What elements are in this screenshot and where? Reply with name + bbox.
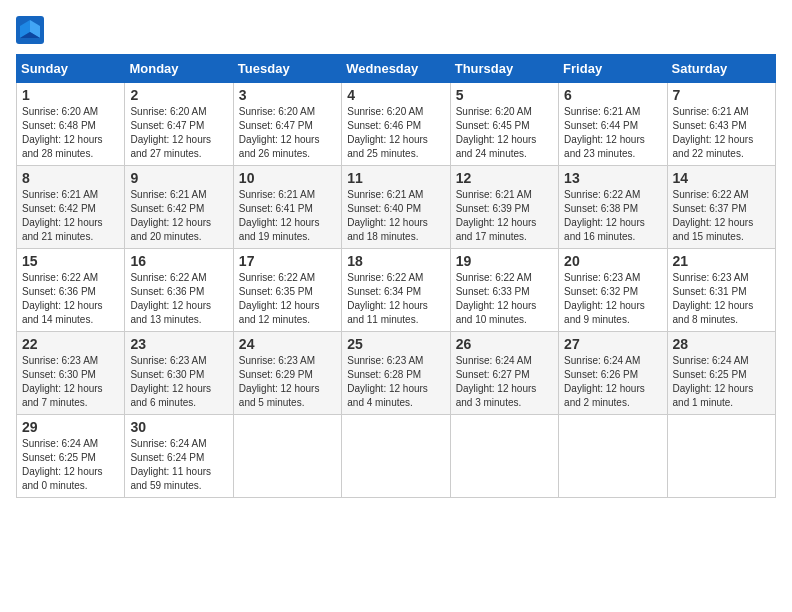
table-row: 30Sunrise: 6:24 AMSunset: 6:24 PMDayligh… xyxy=(125,415,233,498)
day-info: Sunrise: 6:20 AMSunset: 6:47 PMDaylight:… xyxy=(130,106,211,159)
day-number: 24 xyxy=(239,336,336,352)
day-info: Sunrise: 6:23 AMSunset: 6:32 PMDaylight:… xyxy=(564,272,645,325)
day-number: 17 xyxy=(239,253,336,269)
day-info: Sunrise: 6:21 AMSunset: 6:41 PMDaylight:… xyxy=(239,189,320,242)
day-info: Sunrise: 6:22 AMSunset: 6:34 PMDaylight:… xyxy=(347,272,428,325)
table-row: 12Sunrise: 6:21 AMSunset: 6:39 PMDayligh… xyxy=(450,166,558,249)
table-row: 8Sunrise: 6:21 AMSunset: 6:42 PMDaylight… xyxy=(17,166,125,249)
day-info: Sunrise: 6:24 AMSunset: 6:24 PMDaylight:… xyxy=(130,438,211,491)
table-row xyxy=(450,415,558,498)
table-row: 28Sunrise: 6:24 AMSunset: 6:25 PMDayligh… xyxy=(667,332,775,415)
day-number: 20 xyxy=(564,253,661,269)
day-info: Sunrise: 6:20 AMSunset: 6:46 PMDaylight:… xyxy=(347,106,428,159)
day-number: 3 xyxy=(239,87,336,103)
table-row xyxy=(233,415,341,498)
table-row xyxy=(559,415,667,498)
table-row: 23Sunrise: 6:23 AMSunset: 6:30 PMDayligh… xyxy=(125,332,233,415)
col-friday: Friday xyxy=(559,55,667,83)
day-info: Sunrise: 6:22 AMSunset: 6:36 PMDaylight:… xyxy=(22,272,103,325)
day-number: 5 xyxy=(456,87,553,103)
table-row: 3Sunrise: 6:20 AMSunset: 6:47 PMDaylight… xyxy=(233,83,341,166)
table-row: 20Sunrise: 6:23 AMSunset: 6:32 PMDayligh… xyxy=(559,249,667,332)
table-row: 18Sunrise: 6:22 AMSunset: 6:34 PMDayligh… xyxy=(342,249,450,332)
day-info: Sunrise: 6:23 AMSunset: 6:31 PMDaylight:… xyxy=(673,272,754,325)
calendar-table: Sunday Monday Tuesday Wednesday Thursday… xyxy=(16,54,776,498)
table-row: 24Sunrise: 6:23 AMSunset: 6:29 PMDayligh… xyxy=(233,332,341,415)
day-info: Sunrise: 6:21 AMSunset: 6:42 PMDaylight:… xyxy=(22,189,103,242)
day-info: Sunrise: 6:22 AMSunset: 6:33 PMDaylight:… xyxy=(456,272,537,325)
logo-icon xyxy=(16,16,44,44)
logo xyxy=(16,16,48,44)
table-row: 22Sunrise: 6:23 AMSunset: 6:30 PMDayligh… xyxy=(17,332,125,415)
table-row: 2Sunrise: 6:20 AMSunset: 6:47 PMDaylight… xyxy=(125,83,233,166)
day-number: 13 xyxy=(564,170,661,186)
table-row: 1Sunrise: 6:20 AMSunset: 6:48 PMDaylight… xyxy=(17,83,125,166)
calendar-week-2: 8Sunrise: 6:21 AMSunset: 6:42 PMDaylight… xyxy=(17,166,776,249)
day-number: 10 xyxy=(239,170,336,186)
day-number: 25 xyxy=(347,336,444,352)
day-number: 19 xyxy=(456,253,553,269)
table-row: 21Sunrise: 6:23 AMSunset: 6:31 PMDayligh… xyxy=(667,249,775,332)
day-number: 4 xyxy=(347,87,444,103)
col-saturday: Saturday xyxy=(667,55,775,83)
day-info: Sunrise: 6:21 AMSunset: 6:43 PMDaylight:… xyxy=(673,106,754,159)
day-info: Sunrise: 6:24 AMSunset: 6:25 PMDaylight:… xyxy=(22,438,103,491)
day-info: Sunrise: 6:22 AMSunset: 6:38 PMDaylight:… xyxy=(564,189,645,242)
day-info: Sunrise: 6:22 AMSunset: 6:36 PMDaylight:… xyxy=(130,272,211,325)
table-row: 4Sunrise: 6:20 AMSunset: 6:46 PMDaylight… xyxy=(342,83,450,166)
day-info: Sunrise: 6:20 AMSunset: 6:45 PMDaylight:… xyxy=(456,106,537,159)
table-row: 13Sunrise: 6:22 AMSunset: 6:38 PMDayligh… xyxy=(559,166,667,249)
day-number: 18 xyxy=(347,253,444,269)
day-info: Sunrise: 6:23 AMSunset: 6:30 PMDaylight:… xyxy=(22,355,103,408)
table-row: 6Sunrise: 6:21 AMSunset: 6:44 PMDaylight… xyxy=(559,83,667,166)
day-number: 15 xyxy=(22,253,119,269)
day-number: 1 xyxy=(22,87,119,103)
day-info: Sunrise: 6:21 AMSunset: 6:44 PMDaylight:… xyxy=(564,106,645,159)
day-number: 23 xyxy=(130,336,227,352)
day-number: 2 xyxy=(130,87,227,103)
day-info: Sunrise: 6:23 AMSunset: 6:30 PMDaylight:… xyxy=(130,355,211,408)
page-header xyxy=(16,16,776,44)
table-row: 16Sunrise: 6:22 AMSunset: 6:36 PMDayligh… xyxy=(125,249,233,332)
day-number: 29 xyxy=(22,419,119,435)
calendar-week-4: 22Sunrise: 6:23 AMSunset: 6:30 PMDayligh… xyxy=(17,332,776,415)
day-info: Sunrise: 6:21 AMSunset: 6:39 PMDaylight:… xyxy=(456,189,537,242)
calendar-week-3: 15Sunrise: 6:22 AMSunset: 6:36 PMDayligh… xyxy=(17,249,776,332)
day-number: 14 xyxy=(673,170,770,186)
table-row: 5Sunrise: 6:20 AMSunset: 6:45 PMDaylight… xyxy=(450,83,558,166)
table-row: 9Sunrise: 6:21 AMSunset: 6:42 PMDaylight… xyxy=(125,166,233,249)
day-number: 7 xyxy=(673,87,770,103)
table-row: 7Sunrise: 6:21 AMSunset: 6:43 PMDaylight… xyxy=(667,83,775,166)
header-row: Sunday Monday Tuesday Wednesday Thursday… xyxy=(17,55,776,83)
table-row: 26Sunrise: 6:24 AMSunset: 6:27 PMDayligh… xyxy=(450,332,558,415)
day-number: 30 xyxy=(130,419,227,435)
day-number: 12 xyxy=(456,170,553,186)
day-info: Sunrise: 6:20 AMSunset: 6:47 PMDaylight:… xyxy=(239,106,320,159)
day-info: Sunrise: 6:22 AMSunset: 6:37 PMDaylight:… xyxy=(673,189,754,242)
table-row xyxy=(342,415,450,498)
day-info: Sunrise: 6:21 AMSunset: 6:42 PMDaylight:… xyxy=(130,189,211,242)
day-number: 8 xyxy=(22,170,119,186)
day-number: 22 xyxy=(22,336,119,352)
col-sunday: Sunday xyxy=(17,55,125,83)
day-info: Sunrise: 6:22 AMSunset: 6:35 PMDaylight:… xyxy=(239,272,320,325)
table-row: 15Sunrise: 6:22 AMSunset: 6:36 PMDayligh… xyxy=(17,249,125,332)
calendar-week-1: 1Sunrise: 6:20 AMSunset: 6:48 PMDaylight… xyxy=(17,83,776,166)
col-thursday: Thursday xyxy=(450,55,558,83)
day-number: 21 xyxy=(673,253,770,269)
day-info: Sunrise: 6:24 AMSunset: 6:27 PMDaylight:… xyxy=(456,355,537,408)
table-row: 25Sunrise: 6:23 AMSunset: 6:28 PMDayligh… xyxy=(342,332,450,415)
day-info: Sunrise: 6:21 AMSunset: 6:40 PMDaylight:… xyxy=(347,189,428,242)
day-number: 16 xyxy=(130,253,227,269)
day-info: Sunrise: 6:20 AMSunset: 6:48 PMDaylight:… xyxy=(22,106,103,159)
table-row xyxy=(667,415,775,498)
col-wednesday: Wednesday xyxy=(342,55,450,83)
col-tuesday: Tuesday xyxy=(233,55,341,83)
day-number: 9 xyxy=(130,170,227,186)
table-row: 10Sunrise: 6:21 AMSunset: 6:41 PMDayligh… xyxy=(233,166,341,249)
day-number: 6 xyxy=(564,87,661,103)
day-number: 11 xyxy=(347,170,444,186)
table-row: 29Sunrise: 6:24 AMSunset: 6:25 PMDayligh… xyxy=(17,415,125,498)
day-info: Sunrise: 6:23 AMSunset: 6:28 PMDaylight:… xyxy=(347,355,428,408)
table-row: 27Sunrise: 6:24 AMSunset: 6:26 PMDayligh… xyxy=(559,332,667,415)
